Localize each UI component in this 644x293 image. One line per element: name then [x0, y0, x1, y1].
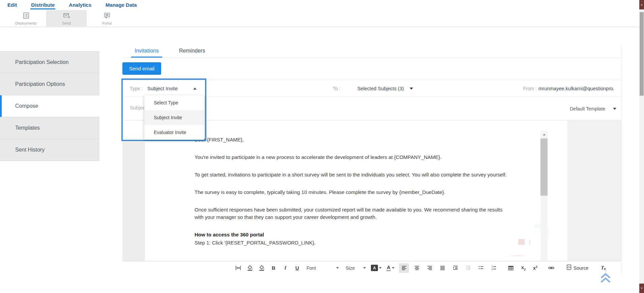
compose-sidebar: Participation Selection Participation Op…	[0, 51, 99, 161]
sidebar-item-label: Templates	[15, 125, 40, 131]
sidebar-item-sent-history[interactable]: Sent History	[0, 139, 99, 161]
template-select-value: Default Template	[570, 106, 605, 111]
type-option-subject-invite[interactable]: Subject Invite	[144, 110, 204, 125]
tab-invitations[interactable]: Invitations	[131, 46, 162, 58]
editor-left-margin	[122, 141, 145, 261]
remove-format-icon[interactable]: T x	[599, 263, 608, 273]
type-select-value: Subject Invite	[147, 86, 178, 91]
page-scrollbar-thumb[interactable]	[640, 12, 644, 96]
type-option-select-type[interactable]: Select Type	[144, 95, 204, 110]
nav-item-analytics[interactable]: Analytics	[68, 1, 92, 9]
align-center-icon[interactable]	[412, 263, 422, 273]
type-select[interactable]: Subject Invite	[147, 80, 178, 97]
numbered-list-icon[interactable]: 1 2	[489, 263, 499, 273]
from-email-text: mrunmayee.kulkarni@questionpro.	[538, 86, 614, 91]
link-icon[interactable]	[547, 263, 556, 273]
editor-scrollbar-track[interactable]	[540, 131, 548, 261]
type-label: Type :	[130, 80, 143, 97]
source-icon	[566, 264, 572, 271]
from-value[interactable]: mrunmayee.kulkarni@questionpro.	[538, 80, 621, 97]
deployments-list-icon	[22, 12, 30, 21]
toolbar-tile-send[interactable]: Send	[46, 10, 87, 27]
indent-icon[interactable]	[450, 263, 460, 273]
subscript-icon[interactable]: x2	[519, 263, 528, 273]
editor-scrollbar-up-icon[interactable]	[540, 131, 548, 138]
top-nav: Edit Distribute Analytics Manage Data	[0, 0, 644, 10]
toolbar-tile-portal[interactable]: Portal	[87, 10, 127, 27]
email-paragraph: You're invited to participate in a new p…	[195, 154, 527, 161]
nav-item-distribute[interactable]: Distribute	[30, 1, 55, 9]
email-paragraph: The survey is easy to complete, typicall…	[195, 189, 527, 196]
distribute-toolbar: Deployments Send Portal	[0, 10, 644, 27]
from-label: From :	[523, 80, 536, 97]
email-body-content[interactable]: Dear {FIRST_NAME}, You're invited to par…	[195, 136, 527, 247]
svg-text:2: 2	[491, 268, 493, 270]
email-paragraph: Dear {FIRST_NAME},	[195, 136, 527, 143]
nav-item-manage-data[interactable]: Manage Data	[105, 1, 138, 9]
invitation-tabs: Invitations Reminders	[122, 45, 621, 58]
page-scrollbar[interactable]	[639, 0, 644, 293]
text-background-color-icon[interactable]: A	[371, 263, 382, 273]
sidebar-item-participation-options[interactable]: Participation Options	[0, 73, 99, 95]
editor-right-margin	[567, 121, 621, 261]
email-paragraph: Once sufficient responses have been subm…	[195, 206, 527, 221]
underline-button[interactable]: U	[293, 263, 302, 273]
fill-color-icon[interactable]	[257, 263, 266, 273]
email-editor-area: Dear {FIRST_NAME}, You're invited to par…	[122, 120, 621, 261]
table-icon[interactable]	[505, 263, 516, 273]
sidebar-item-participation-selection[interactable]: Participation Selection	[0, 52, 99, 73]
sidebar-item-label: Participation Selection	[15, 59, 68, 65]
toolbar-tile-label: Deployments	[15, 21, 37, 25]
toolbar-tile-label: Portal	[102, 21, 112, 25]
toolbar-tile-label: Send	[62, 21, 71, 25]
content-panel-right-border	[621, 45, 622, 274]
send-envelope-icon	[63, 12, 70, 21]
template-select[interactable]: Default Template	[570, 97, 605, 120]
outdent-icon	[463, 263, 473, 273]
sidebar-item-compose[interactable]: Compose	[0, 95, 99, 117]
page-scrollbar-down-icon[interactable]	[639, 284, 644, 293]
bulleted-list-icon[interactable]	[476, 263, 486, 273]
email-paragraph: Step 1: Click '{RESET_PORTAL_PASSWORD_LI…	[195, 239, 527, 247]
to-select[interactable]: Selected Subjects (3)	[357, 80, 404, 97]
template-caret-down-icon[interactable]	[613, 97, 616, 120]
recipient-row: Type : Subject Invite To : Selected Subj…	[122, 80, 621, 97]
to-caret-down-icon[interactable]	[410, 80, 413, 97]
type-caret-up-icon[interactable]	[193, 80, 197, 97]
to-select-value: Selected Subjects (3)	[357, 86, 404, 91]
email-paragraph: To get started, invitations to participa…	[195, 171, 527, 178]
size-dropdown[interactable]: Size	[344, 263, 368, 273]
font-dropdown[interactable]: Font	[304, 263, 341, 273]
sidebar-item-templates[interactable]: Templates	[0, 117, 99, 139]
questionpro-distribute-screen: Edit Distribute Analytics Manage Data De…	[0, 0, 644, 293]
sidebar-item-label: Participation Options	[15, 81, 65, 87]
richtext-toolbar: B I U Font Size A A	[122, 261, 621, 274]
portal-chat-icon	[103, 12, 111, 21]
tab-reminders[interactable]: Reminders	[176, 46, 208, 58]
superscript-icon[interactable]: x2	[531, 263, 540, 273]
source-button[interactable]: Source	[562, 263, 592, 273]
type-dropdown-menu: Select Type Subject Invite Evaluator Inv…	[144, 95, 204, 140]
scroll-to-top-button[interactable]	[599, 272, 612, 284]
page-scrollbar-up-icon[interactable]	[639, 0, 644, 9]
sidebar-item-label: Sent History	[15, 147, 45, 153]
to-label: To :	[333, 80, 341, 97]
maximize-icon[interactable]	[234, 263, 243, 273]
text-color-icon[interactable]: A	[385, 263, 396, 273]
type-option-evaluator-invite[interactable]: Evaluator Invite	[144, 125, 204, 140]
nav-item-edit[interactable]: Edit	[7, 1, 18, 9]
justify-icon[interactable]	[437, 263, 447, 273]
italic-button[interactable]: I	[281, 263, 290, 273]
align-left-icon[interactable]	[399, 263, 409, 273]
svg-text:1: 1	[491, 265, 493, 268]
align-right-icon[interactable]	[425, 263, 435, 273]
editor-scrollbar-thumb[interactable]	[540, 138, 548, 196]
bold-button[interactable]: B	[269, 263, 278, 273]
sidebar-item-label: Compose	[15, 103, 38, 109]
toolbar-tile-deployments[interactable]: Deployments	[6, 10, 46, 27]
background-color-icon[interactable]	[245, 263, 255, 273]
send-email-button[interactable]: Send email	[122, 62, 161, 75]
email-heading: How to access the 360 portal	[195, 231, 527, 238]
